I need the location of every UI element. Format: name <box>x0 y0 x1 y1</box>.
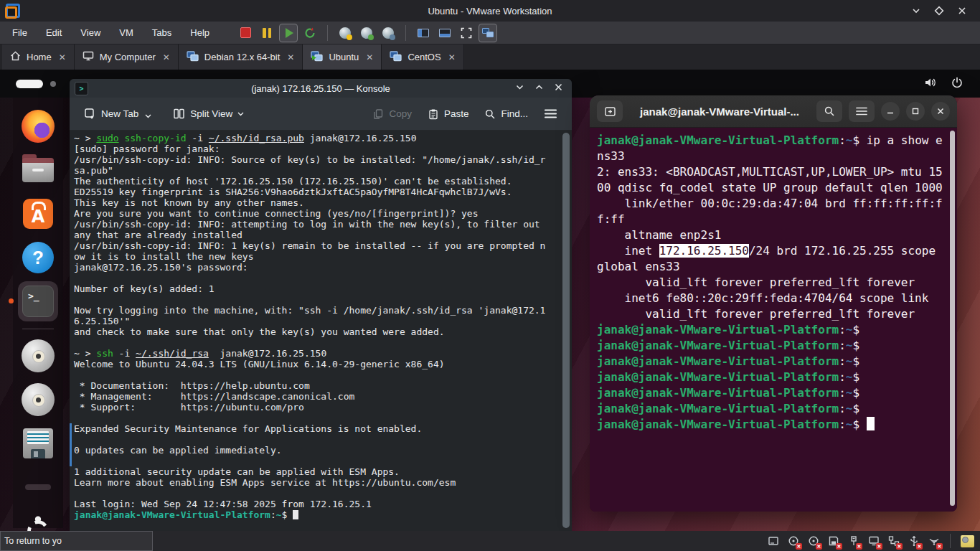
vm-display[interactable]: A?>_ > (janak) 172.16.25.150 — Konsole N… <box>0 70 980 531</box>
usb-controller-device-icon[interactable]: ✕ <box>847 535 859 547</box>
power-icon[interactable] <box>951 77 963 91</box>
suspend-button[interactable] <box>258 24 276 42</box>
tab-label: Debian 12.x 64-bit <box>204 52 281 62</box>
disconnected-badge: ✕ <box>856 543 862 550</box>
snapshot-manager-button[interactable] <box>379 24 397 42</box>
gnome-terminal-title: janak@janak-VMware-Virtual-... <box>623 105 816 118</box>
terminal-line: [sudo] password for janak: <box>74 143 559 154</box>
cd-dvd-device-icon[interactable]: ✕ <box>787 535 799 547</box>
network-adapter-device-icon[interactable]: ✕ <box>887 535 900 547</box>
terminal-maximize-button[interactable] <box>906 102 925 121</box>
terminal-line: f:ff <box>597 212 950 227</box>
dock-item-firefox[interactable] <box>18 106 58 146</box>
display-device-icon[interactable]: ✕ <box>867 535 880 547</box>
message-log-icon[interactable] <box>961 535 974 547</box>
tab-my-computer[interactable]: My Computer✕ <box>75 44 179 70</box>
terminal-line: 6.25.150'" <box>74 316 559 326</box>
dock-item-disc[interactable] <box>18 336 58 376</box>
power-off-button[interactable] <box>236 24 255 42</box>
volume-icon[interactable] <box>924 77 937 91</box>
konsole-terminal[interactable]: ~ > sudo ssh-copy-id -i ~/.ssh/id_rsa.pu… <box>70 131 572 531</box>
tab-label: Ubuntu <box>329 52 359 62</box>
usb-device-device-icon[interactable]: ✕ <box>908 535 920 547</box>
konsole-titlebar[interactable]: > (janak) 172.16.25.150 — Konsole <box>70 79 572 98</box>
vmware-workstation-window: Ubuntu - VMware Workstation FileEditView… <box>0 0 980 551</box>
workspace-indicator[interactable] <box>16 80 43 88</box>
terminal-new-tab-button[interactable] <box>597 100 623 122</box>
dock-item-show-apps[interactable] <box>18 511 58 531</box>
dock-item-handle[interactable] <box>18 467 58 507</box>
dock-item-app-center[interactable]: A <box>18 194 58 234</box>
cd-dvd-device-icon[interactable]: ✕ <box>807 535 819 547</box>
dock-item-terminal[interactable]: >_ <box>18 281 58 321</box>
gnome-terminal-scrollbar[interactable] <box>950 131 955 506</box>
konsole-maximize-icon[interactable] <box>534 82 544 95</box>
dock-item-help[interactable]: ? <box>18 237 58 278</box>
hamburger-menu-icon[interactable] <box>538 104 563 123</box>
close-icon[interactable] <box>954 3 970 19</box>
window-controls <box>908 3 980 19</box>
tab-close-icon[interactable]: ✕ <box>366 52 373 62</box>
menu-help[interactable]: Help <box>182 24 217 42</box>
konsole-scrollbar[interactable] <box>562 133 570 528</box>
terminal-search-button[interactable] <box>816 100 842 122</box>
terminal-minimize-button[interactable] <box>881 102 900 121</box>
snapshot-take-button[interactable] <box>336 24 354 42</box>
hard-disk-device-icon[interactable] <box>767 535 779 547</box>
dock-item-floppy[interactable] <box>18 423 58 463</box>
konsole-minimize-icon[interactable] <box>515 82 524 95</box>
terminal-close-button[interactable] <box>931 102 950 121</box>
paste-button[interactable]: Paste <box>422 104 475 124</box>
search-icon <box>484 108 496 120</box>
dock-item-disc[interactable] <box>18 380 58 420</box>
copy-button[interactable]: Copy <box>367 104 418 124</box>
tab-close-icon[interactable]: ✕ <box>163 52 170 62</box>
thumbnail-bar-button[interactable] <box>435 24 454 42</box>
vmware-logo-icon <box>5 3 21 19</box>
tab-home[interactable]: Home✕ <box>2 44 75 70</box>
terminal-line: janak@janak-VMware-Virtual-Platform:~$ <box>597 385 950 401</box>
gnome-terminal-content[interactable]: janak@janak-VMware-Virtual-Platform:~$ i… <box>590 128 957 512</box>
konsole-close-icon[interactable] <box>554 82 563 95</box>
chevron-down-icon <box>145 114 151 118</box>
tab-close-icon[interactable]: ✕ <box>287 52 294 62</box>
menu-view[interactable]: View <box>72 24 108 42</box>
toolbar-separator <box>405 25 406 41</box>
dock-item-files[interactable] <box>18 150 58 190</box>
terminal-line: janak@janak-VMware-Virtual-Platform:~$ <box>597 417 950 433</box>
terminal-line: inet 172.16.25.150/24 brd 172.16.25.255 … <box>597 243 950 259</box>
copy-icon <box>372 108 384 120</box>
terminal-line: janak@janak-VMware-Virtual-Platform:~$ <box>597 322 950 338</box>
terminal-line: Are you sure you want to continue connec… <box>74 208 559 219</box>
fullscreen-button[interactable] <box>457 24 476 42</box>
play-button[interactable] <box>279 24 298 42</box>
split-view-button[interactable]: Split View <box>167 103 250 124</box>
tab-close-icon[interactable]: ✕ <box>448 52 456 62</box>
console-view-button[interactable] <box>479 24 497 42</box>
terminal-line: Learn more about enabling ESM Apps servi… <box>74 477 559 488</box>
library-panel-button[interactable] <box>414 24 433 42</box>
tab-debian-12-x-64-bit[interactable]: Debian 12.x 64-bit✕ <box>179 44 303 70</box>
new-tab-button[interactable]: New Tab <box>78 103 157 124</box>
tray-separator <box>950 534 951 548</box>
konsole-window: > (janak) 172.16.25.150 — Konsole New Ta… <box>70 79 572 531</box>
find-button[interactable]: Find... <box>479 104 534 124</box>
floppy-device-icon[interactable]: ✕ <box>827 535 839 547</box>
snapshot-revert-button[interactable] <box>357 24 376 42</box>
tab-close-icon[interactable]: ✕ <box>59 52 66 62</box>
terminal-line <box>74 488 559 499</box>
menu-file[interactable]: File <box>4 24 35 42</box>
workspace-dot[interactable] <box>50 81 56 87</box>
tab-centos[interactable]: CentOS✕ <box>382 44 463 70</box>
maximize-icon[interactable] <box>931 3 947 19</box>
sound-device-icon[interactable]: ✕ <box>928 535 940 547</box>
minimize-icon[interactable] <box>908 3 924 19</box>
menu-edit[interactable]: Edit <box>38 24 70 42</box>
reset-button[interactable] <box>301 24 319 42</box>
terminal-line: 0 updates can be applied immediately. <box>74 445 559 456</box>
tab-ubuntu[interactable]: Ubuntu✕ <box>303 44 382 70</box>
gnome-terminal-headerbar[interactable]: janak@janak-VMware-Virtual-... <box>590 95 957 128</box>
menu-tabs[interactable]: Tabs <box>144 24 179 42</box>
menu-vm[interactable]: VM <box>111 24 141 42</box>
terminal-menu-button[interactable] <box>849 100 875 122</box>
